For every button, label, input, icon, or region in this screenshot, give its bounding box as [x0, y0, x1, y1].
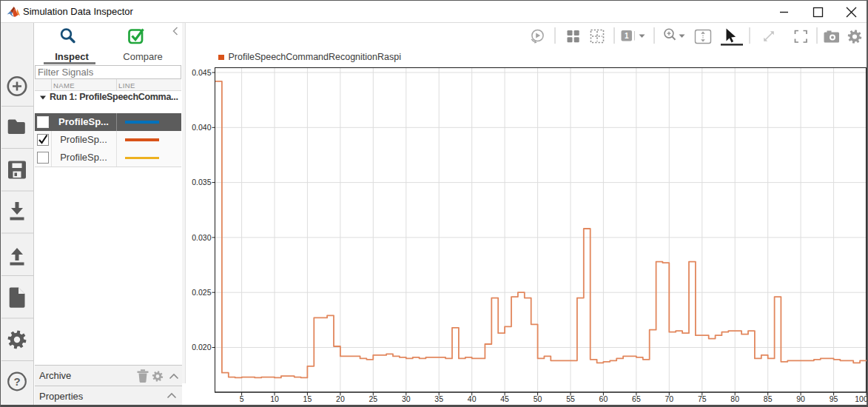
- svg-text:30: 30: [402, 394, 411, 403]
- svg-text:85: 85: [764, 394, 773, 403]
- svg-text:65: 65: [632, 394, 641, 403]
- svg-text:0.020: 0.020: [192, 343, 211, 352]
- svg-text:80: 80: [730, 394, 739, 403]
- svg-text:40: 40: [468, 394, 477, 403]
- svg-text:100: 100: [855, 394, 867, 403]
- svg-text:50: 50: [534, 394, 542, 403]
- svg-text:5: 5: [240, 394, 244, 403]
- svg-text:75: 75: [698, 394, 707, 403]
- svg-text:1: 1: [625, 32, 629, 40]
- svg-text:0.040: 0.040: [192, 123, 211, 132]
- svg-text:35: 35: [434, 394, 443, 403]
- svg-text:60: 60: [599, 394, 608, 403]
- svg-text:45: 45: [500, 394, 509, 403]
- svg-text:55: 55: [566, 394, 575, 403]
- svg-text:10: 10: [270, 394, 279, 403]
- svg-text:0.025: 0.025: [192, 288, 211, 297]
- svg-text:25: 25: [369, 394, 377, 403]
- svg-text:15: 15: [303, 394, 312, 403]
- svg-text:?: ?: [13, 375, 20, 388]
- svg-text:20: 20: [336, 394, 345, 403]
- svg-text:0.030: 0.030: [192, 233, 211, 242]
- svg-text:0.035: 0.035: [192, 178, 211, 186]
- svg-text:90: 90: [796, 394, 805, 403]
- svg-text:95: 95: [830, 394, 838, 403]
- svg-text:70: 70: [665, 394, 673, 403]
- svg-text:0.045: 0.045: [192, 68, 211, 77]
